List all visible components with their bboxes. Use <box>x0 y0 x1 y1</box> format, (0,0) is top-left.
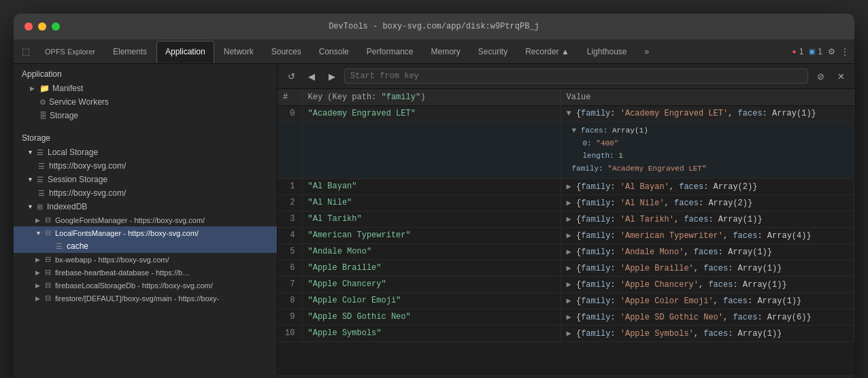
row-value: ▶ {family: 'Apple Symbols', faces: Array… <box>561 325 854 341</box>
sidebar-item-session-storage[interactable]: ▼ ☰ Session Storage <box>14 173 277 186</box>
table-row[interactable]: 5 "Andale Mono" ▶ {family: 'Andale Mono'… <box>278 243 854 260</box>
row-num: 1 <box>278 178 302 194</box>
console-indicator: ▣ 1 <box>809 47 822 56</box>
table-row[interactable]: 8 "Apple Color Emoji" ▶ {family: 'Apple … <box>278 292 854 309</box>
expand-num <box>278 122 302 179</box>
sidebar-item-local-storage-url[interactable]: ☰ https://boxy-svg.com/ <box>14 159 277 173</box>
sidebar-item-firebase-heartbeat[interactable]: ▶ ⊟ firebase-heartbeat-database - https:… <box>14 266 277 279</box>
tab-security[interactable]: Security <box>470 41 516 63</box>
sidebar-item-localfonts[interactable]: ▼ ⊟ LocalFontsManager - https://boxy-svg… <box>14 226 277 239</box>
local-storage-chevron: ▼ <box>27 149 34 156</box>
content-panel: ↺ ◀ ▶ ⊘ ✕ # Key (Key path: "family") Val… <box>278 64 854 378</box>
indexeddb-chevron: ▼ <box>27 203 34 210</box>
table-row[interactable]: 9 "Apple SD Gothic Neo" ▶ {family: 'Appl… <box>278 309 854 325</box>
sidebar-item-session-storage-url[interactable]: ☰ https://boxy-svg.com/ <box>14 186 277 200</box>
sidebar-item-storage-app[interactable]: 🗄 Storage <box>14 109 277 122</box>
clear-button[interactable]: ⊘ <box>812 68 829 84</box>
settings-icon[interactable]: ⚙ <box>828 47 835 56</box>
row-value: ▶ {family: 'Al Bayan', faces: Array(2)} <box>561 178 854 194</box>
storage-app-label: Storage <box>50 111 78 120</box>
sidebar-item-cache[interactable]: ☰ cache <box>14 239 277 253</box>
row-key: "Al Tarikh" <box>302 211 561 227</box>
tab-performance[interactable]: Performance <box>358 41 422 63</box>
row-num: 6 <box>278 260 302 276</box>
window-title: DevTools - boxy-svg.com/app/disk:w9PtrqP… <box>329 22 539 31</box>
row-key: "Academy Engraved LET" <box>302 106 561 122</box>
table-header-row: # Key (Key path: "family") Value <box>278 89 854 106</box>
table-row[interactable]: 6 "Apple Braille" ▶ {family: 'Apple Brai… <box>278 260 854 276</box>
table-icon-ss: ☰ <box>37 175 44 184</box>
table-row[interactable]: 7 "Apple Chancery" ▶ {family: 'Apple Cha… <box>278 276 854 292</box>
tab-more[interactable]: » <box>637 41 658 63</box>
table-row[interactable]: 0 "Academy Engraved LET" ▼ {family: 'Aca… <box>278 106 854 122</box>
session-storage-chevron: ▼ <box>27 176 34 183</box>
tab-application[interactable]: Application <box>156 41 214 63</box>
tab-elements[interactable]: Elements <box>105 41 155 63</box>
firestore-label: firestore/[DEFAULT]/boxy-svg/main - http… <box>55 294 219 303</box>
main-area: Application ▶ 📁 Manifest ⚙ Service Worke… <box>14 64 854 378</box>
sidebar-item-indexeddb[interactable]: ▼ ⊞ IndexedDB <box>14 200 277 213</box>
gear-icon: ⚙ <box>39 98 46 107</box>
table-icon-ls: ☰ <box>37 148 44 157</box>
start-from-key-input[interactable] <box>344 69 808 84</box>
table-row[interactable]: 3 "Al Tarikh" ▶ {family: 'Al Tarikh', fa… <box>278 211 854 227</box>
table-row[interactable]: 2 "Al Nile" ▶ {family: 'Al Nile', faces:… <box>278 194 854 211</box>
tab-lighthouse[interactable]: Lighthouse <box>579 41 635 63</box>
row-num: 0 <box>278 106 302 122</box>
row-value: ▶ {family: 'Apple Braille', faces: Array… <box>561 260 854 276</box>
sidebar-item-service-workers[interactable]: ⚙ Service Workers <box>14 95 277 109</box>
folder-icon: 📁 <box>39 84 50 93</box>
forward-button[interactable]: ▶ <box>324 68 340 84</box>
table-body: 0 "Academy Engraved LET" ▼ {family: 'Aca… <box>278 106 854 342</box>
devtools-window: DevTools - boxy-svg.com/app/disk:w9PtrqP… <box>14 14 854 378</box>
back-button[interactable]: ◀ <box>303 68 320 84</box>
gf-chevron: ▶ <box>35 217 42 224</box>
close-button-toolbar[interactable]: ✕ <box>833 68 849 84</box>
table-icon-ls-url: ☰ <box>38 162 45 171</box>
googlefonts-label: GoogleFontsManager - https://boxy-svg.co… <box>55 216 205 224</box>
sidebar-item-firestore[interactable]: ▶ ⊟ firestore/[DEFAULT]/boxy-svg/main - … <box>14 292 277 305</box>
fs-chevron: ▶ <box>35 295 42 302</box>
tab-bar-right: ● 1 ▣ 1 ⚙ ⋮ <box>792 47 852 56</box>
row-num: 4 <box>278 227 302 243</box>
row-key: "Al Bayan" <box>302 178 561 194</box>
row-value: ▶ {family: 'Apple Color Emoji', faces: A… <box>561 292 854 309</box>
tab-recorder[interactable]: Recorder ▲ <box>517 41 578 63</box>
db-icon-fs: ⊟ <box>45 294 51 303</box>
row-num: 9 <box>278 309 302 325</box>
title-bar: DevTools - boxy-svg.com/app/disk:w9PtrqP… <box>14 14 854 39</box>
close-button[interactable] <box>24 22 33 31</box>
refresh-button[interactable]: ↺ <box>283 68 299 84</box>
db-icon-fbh: ⊟ <box>45 268 51 277</box>
row-num: 10 <box>278 325 302 341</box>
table-row[interactable]: 4 "American Typewriter" ▶ {family: 'Amer… <box>278 227 854 243</box>
sidebar-item-local-storage[interactable]: ▼ ☰ Local Storage <box>14 145 277 159</box>
more-options-icon[interactable]: ⋮ <box>841 47 849 56</box>
table-row[interactable]: 10 "Apple Symbols" ▶ {family: 'Apple Sym… <box>278 325 854 341</box>
content-toolbar: ↺ ◀ ▶ ⊘ ✕ <box>278 64 854 89</box>
data-table-wrap: # Key (Key path: "family") Value 0 "Acad… <box>278 89 854 373</box>
tab-console[interactable]: Console <box>311 41 357 63</box>
cache-label: cache <box>67 241 88 251</box>
local-storage-url-label: https://boxy-svg.com/ <box>49 161 126 171</box>
row-key: "Apple Chancery" <box>302 276 561 292</box>
minimize-button[interactable] <box>38 22 46 31</box>
sidebar-item-googlefonts[interactable]: ▶ ⊟ GoogleFontsManager - https://boxy-sv… <box>14 213 277 226</box>
sw-label: Service Workers <box>49 97 109 107</box>
row-key: "Apple Symbols" <box>302 325 561 341</box>
table-row[interactable]: 1 "Al Bayan" ▶ {family: 'Al Bayan', face… <box>278 178 854 194</box>
session-storage-label: Session Storage <box>48 175 107 184</box>
sidebar-item-bx-webapp[interactable]: ▶ ⊟ bx-webapp - https://boxy-svg.com/ <box>14 253 277 266</box>
status-bar: Total entries: 180 <box>278 373 854 378</box>
expand-detail-row: ▼ faces: Array(1) 0: "400" length: 1 fam… <box>278 122 854 179</box>
tab-memory[interactable]: Memory <box>423 41 469 63</box>
sidebar-item-firebase-local[interactable]: ▶ ⊟ firebaseLocalStorageDb - https://box… <box>14 279 277 292</box>
tab-network[interactable]: Network <box>216 41 262 63</box>
local-storage-label: Local Storage <box>48 148 98 157</box>
sidebar: Application ▶ 📁 Manifest ⚙ Service Worke… <box>14 64 278 378</box>
tab-opfs[interactable]: OPFS Explorer <box>37 41 103 63</box>
tab-sources[interactable]: Sources <box>263 41 310 63</box>
devtools-icon[interactable]: ⬚ <box>16 42 35 61</box>
sidebar-item-manifest[interactable]: ▶ 📁 Manifest <box>14 82 277 95</box>
maximize-button[interactable] <box>52 22 60 31</box>
